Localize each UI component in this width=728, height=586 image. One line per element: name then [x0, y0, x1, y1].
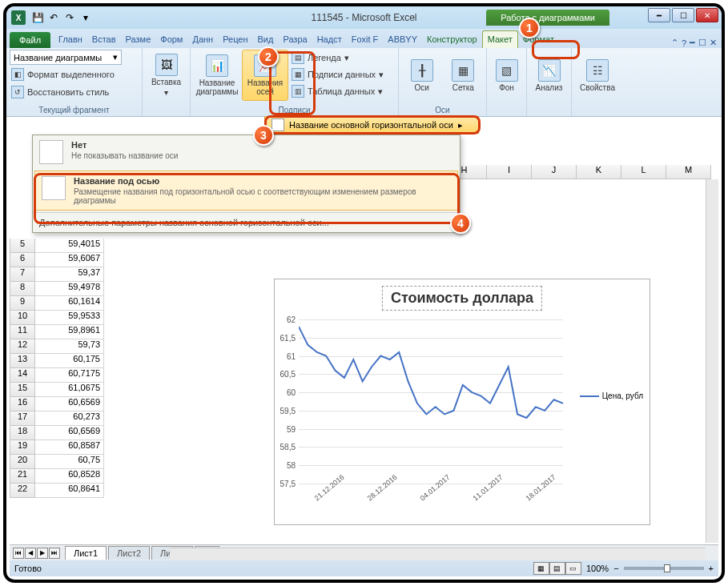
row-header[interactable]: 12	[10, 339, 35, 354]
cell[interactable]: 60,7175	[35, 368, 104, 383]
cell[interactable]: 60,8528	[35, 469, 104, 484]
column-header[interactable]: K	[577, 165, 621, 179]
cell[interactable]: 59,9533	[35, 311, 104, 325]
row-header[interactable]: 14	[10, 368, 35, 383]
cell[interactable]: 60,175	[35, 354, 104, 368]
column-header[interactable]: L	[621, 165, 666, 179]
data-labels-button[interactable]: ▦Подписи данных ▾	[290, 66, 385, 82]
minimize-button[interactable]: ━	[648, 8, 670, 22]
chart-element-selector[interactable]: Название диаграммы▾	[10, 50, 122, 65]
insert-button[interactable]: 🖼Вставка▾	[146, 50, 187, 101]
doc-minimize-icon[interactable]: ━	[690, 38, 695, 48]
cell[interactable]: 60,75	[35, 455, 104, 469]
cell[interactable]: 59,73	[35, 339, 104, 354]
qat-undo[interactable]: ↶	[46, 10, 61, 25]
row-header[interactable]: 18	[10, 426, 35, 440]
chart-title-button[interactable]: 📊Название диаграммы	[194, 50, 240, 101]
cell[interactable]: 59,6067	[35, 253, 104, 267]
cell[interactable]: 61,0675	[35, 383, 104, 397]
zoom-out-button[interactable]: −	[613, 564, 618, 573]
tab-view[interactable]: Вид	[253, 31, 279, 48]
row-header[interactable]: 17	[10, 411, 35, 426]
tab-insert[interactable]: Встав	[87, 31, 121, 48]
tab-developer[interactable]: Разра	[278, 31, 312, 48]
maximize-button[interactable]: ☐	[672, 8, 694, 22]
properties-button[interactable]: ☷Свойства	[575, 50, 620, 101]
qat-save[interactable]: 💾	[30, 10, 45, 25]
row-header[interactable]: 9	[10, 296, 35, 311]
cell[interactable]: 60,6569	[35, 397, 104, 411]
zoom-slider[interactable]	[624, 567, 704, 570]
row-header[interactable]: 8	[10, 282, 35, 296]
dropdown-more-options[interactable]: Дополнительные параметры названия основн…	[33, 212, 460, 232]
tab-review[interactable]: Рецен	[218, 31, 252, 48]
row-header[interactable]: 6	[10, 253, 35, 267]
column-header[interactable]: I	[487, 165, 532, 179]
chart-plot-area[interactable]	[299, 319, 563, 484]
tab-layout[interactable]: Макет	[482, 30, 518, 48]
sheet-nav-prev[interactable]: ◀	[25, 548, 36, 559]
row-header[interactable]: 15	[10, 383, 35, 397]
row-header[interactable]: 5	[10, 239, 35, 253]
dropdown-item-below-axis[interactable]: Название под осью Размещение названия по…	[34, 171, 458, 211]
file-tab[interactable]: Файл	[10, 32, 50, 48]
cell[interactable]: 59,37	[35, 267, 104, 282]
tab-pagelayout[interactable]: Разме	[121, 31, 156, 48]
dropdown-item-none[interactable]: Нет Не показывать название оси	[33, 135, 460, 169]
cell[interactable]: 60,8641	[35, 484, 104, 498]
tab-foxit[interactable]: Foxit F	[347, 31, 384, 48]
sheet-nav-last[interactable]: ⏭	[49, 548, 60, 559]
axes-button[interactable]: ╂Оси	[402, 50, 442, 101]
view-page-layout[interactable]: ▤	[549, 562, 565, 575]
background-button[interactable]: ▧Фон	[490, 50, 523, 101]
zoom-in-button[interactable]: +	[709, 564, 714, 573]
embedded-chart[interactable]: Стоимость доллара 57,55858,55959,56060,5…	[274, 279, 650, 525]
analysis-button[interactable]: 📉Анализ	[530, 50, 568, 101]
reset-style-button[interactable]: ↺Восстановить стиль	[10, 84, 111, 100]
qat-customize[interactable]: ▾	[78, 10, 93, 25]
row-header[interactable]: 13	[10, 354, 35, 368]
cell[interactable]: 60,273	[35, 411, 104, 426]
row-header[interactable]: 10	[10, 311, 35, 325]
chart-legend[interactable]: Цена, рубл	[580, 391, 643, 400]
data-table-button[interactable]: ▥Таблица данных ▾	[290, 83, 385, 99]
tab-design[interactable]: Конструктор	[422, 31, 482, 48]
chart-title[interactable]: Стоимость доллара	[382, 286, 542, 311]
zoom-level[interactable]: 100%	[586, 564, 609, 573]
help-icon[interactable]: ?	[682, 38, 686, 48]
tab-home[interactable]: Главн	[54, 31, 87, 48]
submenu-horizontal-axis-title[interactable]: Название основной горизонтальной оси ▸	[264, 116, 479, 134]
sheet-tab-1[interactable]: Лист1	[65, 546, 107, 560]
row-header[interactable]: 16	[10, 397, 35, 411]
tab-data[interactable]: Данн	[187, 31, 218, 48]
row-header[interactable]: 20	[10, 455, 35, 469]
row-header[interactable]: 22	[10, 484, 35, 498]
tab-abbyy[interactable]: ABBYY	[383, 31, 422, 48]
horizontal-scrollbar[interactable]	[170, 548, 706, 560]
row-header[interactable]: 11	[10, 325, 35, 339]
column-header[interactable]: M	[666, 165, 711, 179]
format-selection-button[interactable]: ◧Формат выделенного	[10, 66, 116, 82]
cell[interactable]: 60,1614	[35, 296, 104, 311]
row-header[interactable]: 19	[10, 440, 35, 455]
sheet-tab-2[interactable]: Лист2	[108, 546, 150, 560]
view-normal[interactable]: ▦	[533, 562, 549, 575]
cell[interactable]: 59,4015	[35, 239, 104, 253]
cell[interactable]: 59,4978	[35, 282, 104, 296]
qat-redo[interactable]: ↷	[62, 10, 77, 25]
tab-addins[interactable]: Надст	[312, 31, 347, 48]
row-header[interactable]: 21	[10, 469, 35, 484]
cell[interactable]: 60,8587	[35, 440, 104, 455]
sheet-nav-next[interactable]: ▶	[37, 548, 48, 559]
doc-restore-icon[interactable]: ☐	[698, 38, 706, 48]
cell[interactable]: 59,8961	[35, 325, 104, 339]
tab-formulas[interactable]: Форм	[155, 31, 187, 48]
ribbon-minimize-icon[interactable]: ⌃	[671, 38, 678, 48]
doc-close-icon[interactable]: ✕	[710, 38, 717, 48]
sheet-nav-first[interactable]: ⏮	[13, 548, 24, 559]
legend-button[interactable]: ▤Легенда ▾	[290, 50, 385, 66]
view-page-break[interactable]: ▭	[565, 562, 581, 575]
close-button[interactable]: ✕	[696, 8, 718, 22]
vertical-scrollbar[interactable]	[706, 179, 718, 543]
row-header[interactable]: 7	[10, 267, 35, 282]
